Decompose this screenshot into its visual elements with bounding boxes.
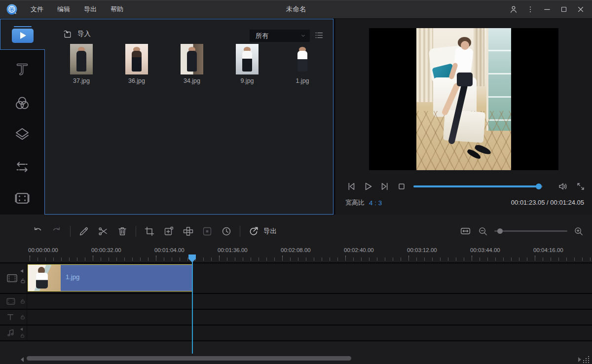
progress-knob[interactable] — [536, 183, 542, 189]
filter-circles-icon — [13, 94, 31, 112]
mosaic-button[interactable] — [182, 225, 194, 237]
undo-button[interactable] — [32, 225, 43, 237]
close-button[interactable] — [574, 3, 587, 16]
sidebar-tab-elements[interactable] — [0, 184, 44, 213]
media-filename: 34.jpg — [170, 77, 214, 84]
sidebar-tab-media[interactable] — [0, 19, 45, 50]
track-text[interactable] — [0, 310, 592, 325]
export-button[interactable]: 导出 — [248, 225, 277, 237]
media-item[interactable]: 34.jpg — [170, 44, 214, 84]
sidebar-tab-filters[interactable] — [0, 89, 44, 117]
media-item[interactable]: 1.jpg — [280, 44, 325, 84]
import-label: 导入 — [77, 30, 91, 38]
track-audio[interactable] — [0, 326, 592, 340]
media-thumbnail — [70, 44, 93, 74]
timeline-zoom-slider[interactable] — [494, 230, 567, 232]
track-mute-button[interactable] — [20, 327, 25, 332]
maximize-button[interactable] — [557, 3, 570, 16]
aspect-ratio-value: 4 : 3 — [369, 199, 382, 207]
track-lock-button[interactable] — [20, 333, 25, 338]
media-filename: 1.jpg — [280, 77, 325, 84]
aspect-ratio-label: 宽高比 — [345, 198, 365, 207]
track-lock-button[interactable] — [20, 314, 26, 320]
text-icon — [13, 60, 31, 77]
media-item[interactable]: 9.jpg — [225, 44, 269, 84]
category-dropdown[interactable]: 所有 — [250, 30, 310, 42]
timeline-clip[interactable]: 1.jpg — [28, 264, 192, 291]
window-controls — [507, 0, 587, 18]
zoom-in-button[interactable] — [573, 226, 584, 237]
track-lock-button[interactable] — [20, 298, 26, 304]
playhead-handle[interactable] — [188, 255, 196, 262]
speaker-icon — [557, 181, 569, 192]
media-filename: 36.jpg — [114, 77, 159, 84]
window-title: 未命名 — [0, 5, 592, 14]
timeline-section: 导出 00:00:00.00 00:00:32.00 00:01:04.00 0… — [0, 215, 592, 364]
media-thumbnail — [291, 44, 314, 74]
playhead-line — [192, 255, 193, 354]
text-track-icon — [5, 312, 15, 322]
horizontal-scrollbar[interactable] — [27, 356, 351, 361]
freeze-frame-button[interactable] — [201, 225, 213, 237]
media-item[interactable]: 36.jpg — [114, 44, 159, 84]
play-button[interactable] — [362, 181, 374, 192]
toolbar-separator — [136, 226, 136, 237]
fit-timeline-button[interactable] — [459, 225, 472, 237]
timeline-zoom-controls — [459, 225, 584, 237]
timeline-toolbar: 导出 — [32, 225, 277, 238]
ruler-label: 00:00:32.00 — [91, 247, 121, 253]
toolbar-separator — [240, 226, 240, 237]
minimize-button[interactable] — [541, 3, 554, 16]
category-selected: 所有 — [256, 32, 268, 40]
scroll-left-arrow[interactable] — [21, 357, 24, 362]
sidebar-tab-overlays[interactable] — [0, 120, 44, 148]
preview-frame — [416, 28, 511, 170]
preview-stage — [369, 28, 558, 170]
titlebar: 文件 编辑 导出 帮助 未命名 — [0, 0, 592, 18]
zoom-frame-button[interactable] — [163, 225, 175, 237]
transition-arrows-icon — [13, 158, 31, 176]
resize-grip[interactable] — [583, 356, 590, 363]
track-mute-button[interactable] — [20, 268, 26, 274]
fullscreen-button[interactable] — [575, 181, 586, 192]
crop-button[interactable] — [144, 225, 155, 237]
split-button[interactable] — [97, 225, 109, 237]
duration-button[interactable] — [221, 225, 232, 237]
more-menu-icon[interactable] — [524, 3, 537, 16]
sidebar-tab-text[interactable] — [0, 54, 44, 83]
track-area: 1.jpg — [0, 262, 592, 341]
clip-thumbnail — [28, 265, 61, 291]
workspace: 导入 所有 37.jpg 36.jpg 34.jpg — [0, 18, 592, 215]
next-frame-button[interactable] — [379, 181, 391, 192]
previous-frame-button[interactable] — [345, 181, 357, 192]
import-button[interactable]: 导入 — [63, 29, 91, 39]
volume-button[interactable] — [557, 181, 569, 192]
zoom-out-button[interactable] — [478, 226, 488, 237]
ruler-label: 00:02:40.00 — [344, 247, 374, 253]
media-item[interactable]: 37.jpg — [59, 44, 104, 84]
aspect-ratio-control[interactable]: 宽高比 4 : 3 — [345, 198, 382, 207]
transport-controls — [345, 181, 407, 192]
track-pip[interactable] — [0, 294, 592, 309]
filmstrip-icon — [5, 272, 19, 285]
media-panel: 导入 所有 37.jpg 36.jpg 34.jpg — [44, 19, 333, 215]
list-view-button[interactable] — [314, 30, 324, 40]
ruler-minor-ticks — [28, 257, 592, 261]
redo-button[interactable] — [51, 225, 63, 237]
scroll-right-arrow[interactable] — [578, 357, 581, 362]
chevron-down-icon — [300, 33, 306, 39]
media-thumbnail — [181, 44, 203, 74]
stop-button[interactable] — [396, 181, 407, 192]
export-label: 导出 — [263, 227, 277, 236]
edit-button[interactable] — [78, 225, 90, 237]
list-view-icon — [314, 30, 324, 40]
ruler-label: 00:04:16.00 — [533, 247, 563, 253]
ruler-label: 00:03:44.00 — [470, 247, 500, 253]
user-account-icon[interactable] — [507, 3, 520, 16]
sidebar-tab-transitions[interactable] — [0, 153, 44, 182]
zoom-slider-knob[interactable] — [497, 228, 503, 234]
track-video[interactable]: 1.jpg — [0, 263, 592, 293]
delete-button[interactable] — [116, 225, 128, 237]
track-lock-button[interactable] — [20, 278, 26, 284]
preview-progress-slider[interactable] — [413, 185, 543, 187]
